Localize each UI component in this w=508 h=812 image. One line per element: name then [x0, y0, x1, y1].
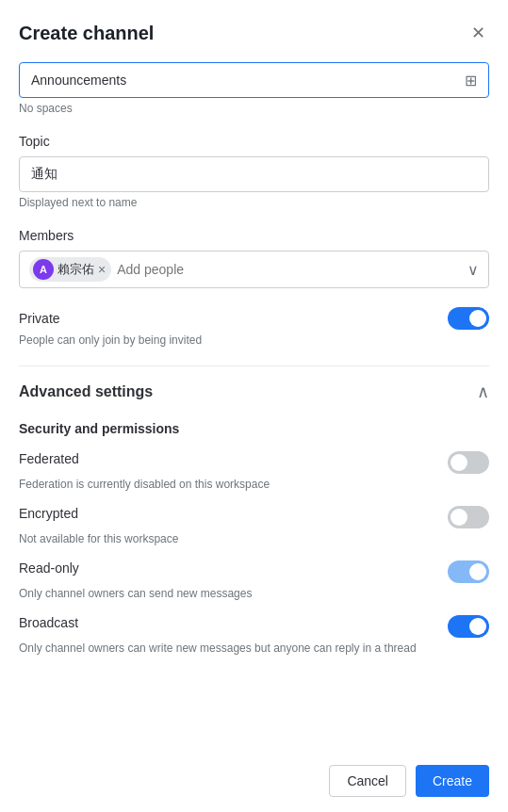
create-button[interactable]: Create: [416, 765, 489, 797]
read-only-description: Only channel owners can send new message…: [19, 587, 489, 600]
broadcast-description: Only channel owners can write new messag…: [19, 641, 489, 655]
broadcast-toggle[interactable]: [448, 615, 489, 638]
channel-name-value: Announcements: [31, 73, 465, 88]
close-icon: ✕: [471, 23, 485, 43]
member-tag: A 賴宗佑 ×: [29, 257, 111, 282]
filter-icon: ⊞: [465, 72, 477, 89]
security-title: Security and permissions: [19, 421, 489, 436]
read-only-row: Read-only: [19, 560, 489, 583]
broadcast-label: Broadcast: [19, 615, 78, 630]
members-label: Members: [19, 228, 489, 243]
divider: [19, 365, 489, 366]
read-only-row-container: Read-only Only channel owners can send n…: [19, 560, 489, 600]
federated-label: Federated: [19, 451, 79, 466]
modal-body: Announcements ⊞ No spaces Topic Displaye…: [0, 62, 508, 655]
broadcast-row-container: Broadcast Only channel owners can write …: [19, 615, 489, 655]
private-description: People can only join by being invited: [19, 333, 489, 347]
encrypted-toggle[interactable]: [448, 506, 489, 528]
read-only-label: Read-only: [19, 560, 79, 576]
toggle-slider: [448, 615, 489, 638]
topic-input[interactable]: [31, 167, 477, 182]
member-remove-button[interactable]: ×: [98, 263, 106, 276]
modal-title: Create channel: [19, 23, 154, 44]
federated-description: Federation is currently disabled on this…: [19, 478, 489, 491]
federated-toggle[interactable]: [448, 451, 489, 474]
advanced-settings-title: Advanced settings: [19, 383, 153, 400]
member-name: 賴宗佑: [57, 261, 94, 278]
read-only-toggle[interactable]: [448, 560, 489, 583]
encrypted-label: Encrypted: [19, 506, 78, 521]
channel-name-helper: No spaces: [19, 102, 489, 115]
toggle-slider: [448, 560, 489, 583]
topic-section: Topic Displayed next to name: [19, 134, 489, 209]
private-section: Private People can only join by being in…: [19, 307, 489, 347]
broadcast-row: Broadcast: [19, 615, 489, 638]
close-button[interactable]: ✕: [467, 19, 489, 47]
chevron-down-icon: ∨: [467, 261, 479, 279]
topic-helper: Displayed next to name: [19, 196, 489, 209]
security-section: Security and permissions Federated Feder…: [19, 421, 489, 655]
create-channel-modal: Create channel ✕ Announcements ⊞ No spac…: [0, 0, 508, 812]
chevron-up-icon: ∧: [477, 382, 489, 402]
avatar: A: [33, 259, 54, 280]
modal-footer: Cancel Create: [310, 750, 508, 812]
add-people-input[interactable]: [117, 262, 462, 277]
private-label: Private: [19, 311, 60, 326]
toggle-slider: [448, 451, 489, 474]
private-row: Private: [19, 307, 489, 330]
encrypted-row-container: Encrypted Not available for this workspa…: [19, 506, 489, 545]
cancel-button[interactable]: Cancel: [329, 765, 406, 797]
encrypted-description: Not available for this workspace: [19, 532, 489, 545]
channel-name-section: Announcements ⊞ No spaces: [19, 62, 489, 115]
advanced-settings-header[interactable]: Advanced settings ∧: [19, 382, 489, 402]
remove-icon: ×: [98, 263, 106, 276]
federated-row-container: Federated Federation is currently disabl…: [19, 451, 489, 491]
members-input-container[interactable]: A 賴宗佑 × ∨: [19, 251, 489, 288]
toggle-slider: [448, 506, 489, 528]
toggle-slider: [448, 307, 489, 330]
channel-name-field[interactable]: Announcements ⊞: [19, 62, 489, 98]
modal-header: Create channel ✕: [0, 0, 508, 62]
encrypted-row: Encrypted: [19, 506, 489, 528]
topic-label: Topic: [19, 134, 489, 149]
federated-row: Federated: [19, 451, 489, 474]
topic-field[interactable]: [19, 156, 489, 192]
members-section: Members A 賴宗佑 × ∨: [19, 228, 489, 288]
private-toggle[interactable]: [448, 307, 489, 330]
